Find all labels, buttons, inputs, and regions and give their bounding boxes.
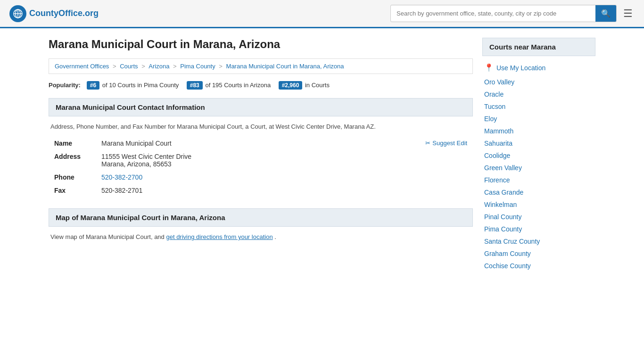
logo-icon <box>9 5 26 22</box>
breadcrumb-sep-1: > <box>113 63 118 70</box>
sidebar: Courts near Marana 📍 Use My Location Oro… <box>482 38 595 272</box>
sidebar-link-cochise-county[interactable]: Cochise County <box>484 262 531 270</box>
sidebar-link-florence[interactable]: Florence <box>484 176 510 184</box>
list-item: Eloy <box>484 113 594 125</box>
table-row-address: Address 11555 West Civic Center Drive Ma… <box>50 150 471 171</box>
map-section-body: View map of Marana Municipal Court, and … <box>49 233 473 240</box>
search-bar: 🔍 <box>390 5 617 22</box>
breadcrumb-courts[interactable]: Courts <box>120 63 138 70</box>
list-item: Pima County <box>484 223 594 235</box>
sidebar-link-santa-cruz-county[interactable]: Santa Cruz County <box>484 238 540 245</box>
contact-section: Marana Municipal Court Contact Informati… <box>49 98 473 197</box>
sidebar-link-coolidge[interactable]: Coolidge <box>484 152 510 159</box>
use-location-row: 📍 Use My Location <box>482 61 595 76</box>
map-desc-end: . <box>274 233 276 240</box>
list-item: Winkelman <box>484 198 594 211</box>
breadcrumb-current[interactable]: Marana Municipal Court in Marana, Arizon… <box>226 63 344 70</box>
breadcrumb-arizona[interactable]: Arizona <box>149 63 169 70</box>
contact-section-body: Address, Phone Number, and Fax Number fo… <box>49 123 473 197</box>
hamburger-icon: ☰ <box>623 8 633 19</box>
header: CountyOffice.org 🔍 ☰ <box>0 0 644 28</box>
breadcrumb-pima[interactable]: Pima County <box>180 63 215 70</box>
driving-directions-link[interactable]: get driving directions from your locatio… <box>166 233 272 240</box>
sidebar-link-eloy[interactable]: Eloy <box>484 115 497 123</box>
sidebar-link-casa-grande[interactable]: Casa Grande <box>484 189 523 196</box>
header-right: 🔍 ☰ <box>390 5 635 22</box>
list-item: Tucson <box>484 100 594 113</box>
table-row-name: Name Marana Municipal Court ✂ Suggest Ed… <box>50 137 471 150</box>
fax-value: 520-382-2701 <box>98 184 471 197</box>
list-item: Florence <box>484 174 594 186</box>
sidebar-title: Courts near Marana <box>482 38 595 56</box>
breadcrumb-sep-3: > <box>173 63 178 70</box>
name-value: Marana Municipal Court ✂ Suggest Edit <box>98 137 471 150</box>
sidebar-link-oracle[interactable]: Oracle <box>484 90 504 98</box>
content-area: Marana Municipal Court in Marana, Arizon… <box>49 38 473 272</box>
menu-button[interactable]: ☰ <box>621 6 635 22</box>
search-input[interactable] <box>391 6 595 21</box>
search-button[interactable]: 🔍 <box>595 5 616 22</box>
rank1-text: of 10 Courts in Pima County <box>102 82 179 89</box>
sidebar-link-oro-valley[interactable]: Oro Valley <box>484 78 514 86</box>
logo-county: CountyOffice <box>29 8 83 18</box>
map-description: View map of Marana Municipal Court, and … <box>50 233 471 240</box>
logo-area: CountyOffice.org <box>9 5 99 22</box>
suggest-edit-icon: ✂ <box>425 140 430 147</box>
list-item: Cochise County <box>484 260 594 272</box>
name-label: Name <box>50 137 98 150</box>
rank2-text: of 195 Courts in Arizona <box>205 82 271 89</box>
list-item: Coolidge <box>484 149 594 162</box>
popularity-bar: Popularity: #6 of 10 Courts in Pima Coun… <box>49 82 473 89</box>
search-icon: 🔍 <box>601 9 611 17</box>
rank2-badge: #83 <box>187 81 203 90</box>
logo-suffix: .org <box>83 8 99 18</box>
contact-info-table: Name Marana Municipal Court ✂ Suggest Ed… <box>50 137 471 197</box>
sidebar-link-mammoth[interactable]: Mammoth <box>484 127 513 135</box>
rank1-badge: #6 <box>87 81 99 90</box>
use-location-link[interactable]: Use My Location <box>496 64 545 72</box>
suggest-edit-label: Suggest Edit <box>432 140 467 147</box>
list-item: Oracle <box>484 88 594 100</box>
table-row-fax: Fax 520-382-2701 <box>50 184 471 197</box>
main-container: Marana Municipal Court in Marana, Arizon… <box>39 28 605 281</box>
breadcrumb-sep-2: > <box>141 63 147 70</box>
sidebar-link-pima-county[interactable]: Pima County <box>484 225 522 233</box>
address-line2: Marana, Arizona, 85653 <box>101 160 467 168</box>
list-item: Graham County <box>484 247 594 260</box>
phone-label: Phone <box>50 171 98 184</box>
breadcrumb-sep-4: > <box>219 63 224 70</box>
nearby-courts-list: Oro Valley Oracle Tucson Eloy Mammoth Sa… <box>482 76 595 272</box>
rank3-text: in Courts <box>305 82 330 89</box>
rank3-badge: #2,960 <box>279 81 303 90</box>
page-title: Marana Municipal Court in Marana, Arizon… <box>49 38 473 51</box>
list-item: Mammoth <box>484 125 594 137</box>
phone-value: 520-382-2700 <box>98 171 471 184</box>
map-section: Map of Marana Municipal Court in Marana,… <box>49 208 473 240</box>
list-item: Sahuarita <box>484 137 594 149</box>
sidebar-link-graham-county[interactable]: Graham County <box>484 250 531 257</box>
fax-label: Fax <box>50 184 98 197</box>
address-value: 11555 West Civic Center Drive Marana, Ar… <box>98 150 471 171</box>
popularity-label: Popularity: <box>49 82 81 89</box>
breadcrumb: Government Offices > Courts > Arizona > … <box>49 58 473 74</box>
sidebar-link-tucson[interactable]: Tucson <box>484 103 505 110</box>
contact-description: Address, Phone Number, and Fax Number fo… <box>50 123 471 130</box>
sidebar-link-green-valley[interactable]: Green Valley <box>484 164 522 172</box>
sidebar-link-winkelman[interactable]: Winkelman <box>484 201 517 208</box>
list-item: Oro Valley <box>484 76 594 88</box>
list-item: Pinal County <box>484 211 594 223</box>
logo-text: CountyOffice.org <box>29 8 99 18</box>
list-item: Casa Grande <box>484 186 594 198</box>
address-line1: 11555 West Civic Center Drive <box>101 153 467 160</box>
map-desc-start: View map of Marana Municipal Court, and <box>50 233 166 240</box>
address-label: Address <box>50 150 98 171</box>
suggest-edit-link[interactable]: ✂ Suggest Edit <box>425 140 467 147</box>
map-section-header: Map of Marana Municipal Court in Marana,… <box>49 208 473 227</box>
list-item: Green Valley <box>484 162 594 174</box>
sidebar-link-sahuarita[interactable]: Sahuarita <box>484 140 512 147</box>
location-pin-icon: 📍 <box>484 63 494 72</box>
contact-section-header: Marana Municipal Court Contact Informati… <box>49 98 473 116</box>
sidebar-link-pinal-county[interactable]: Pinal County <box>484 213 521 221</box>
phone-link[interactable]: 520-382-2700 <box>101 173 142 181</box>
breadcrumb-gov-offices[interactable]: Government Offices <box>55 63 109 70</box>
